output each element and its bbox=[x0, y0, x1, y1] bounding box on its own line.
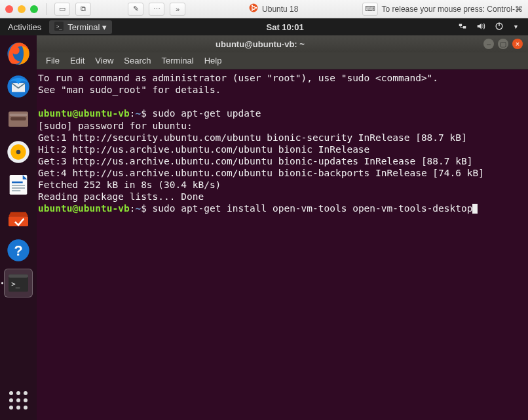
svg-text:>_: >_ bbox=[56, 23, 63, 29]
vm-toolbar-button[interactable]: ▭ bbox=[54, 3, 70, 16]
vm-toolbar-button[interactable]: » bbox=[170, 3, 185, 16]
dock-firefox[interactable] bbox=[4, 39, 33, 68]
svg-point-2 bbox=[255, 7, 257, 9]
menu-edit[interactable]: Edit bbox=[70, 56, 85, 66]
dock-ubuntu-software[interactable] bbox=[4, 203, 33, 232]
vm-release-hint: To release your mouse press: Control-⌘ bbox=[382, 5, 523, 14]
svg-point-18 bbox=[16, 150, 21, 155]
svg-rect-23 bbox=[12, 190, 20, 191]
close-icon[interactable] bbox=[5, 5, 13, 13]
show-applications-button[interactable] bbox=[4, 386, 33, 415]
svg-rect-20 bbox=[12, 181, 23, 183]
terminal-icon: >_ bbox=[54, 22, 64, 33]
vm-toolbar-button[interactable]: ⋯ bbox=[149, 3, 164, 16]
dock-rhythmbox[interactable] bbox=[4, 138, 33, 166]
window-maximize-button[interactable]: ▢ bbox=[498, 39, 508, 49]
dock-files[interactable] bbox=[4, 105, 33, 134]
vm-title: Ubuntu 18 bbox=[262, 5, 298, 14]
vm-titlebar: ▭ ⧉ ✎ ⋯ » Ubuntu 18 ⌨ To release your mo… bbox=[0, 0, 528, 18]
gnome-top-bar: Activities >_ Terminal ▾ Sat 10:01 ▼ bbox=[0, 18, 528, 35]
svg-point-4 bbox=[252, 9, 253, 10]
vm-toolbar-button[interactable]: ✎ bbox=[128, 3, 143, 16]
clock[interactable]: Sat 10:01 bbox=[112, 22, 458, 32]
ubuntu-icon bbox=[249, 3, 258, 14]
svg-rect-21 bbox=[12, 185, 25, 186]
maximize-icon[interactable] bbox=[30, 5, 38, 13]
terminal-window: ubuntu@ubuntu-vb: ~ – ▢ × File Edit View… bbox=[37, 35, 528, 420]
chevron-down-icon[interactable]: ▼ bbox=[513, 24, 519, 30]
ubuntu-desktop: Activities >_ Terminal ▾ Sat 10:01 ▼ bbox=[0, 18, 528, 420]
svg-rect-15 bbox=[10, 117, 26, 121]
apps-grid-icon bbox=[7, 389, 29, 411]
window-close-button[interactable]: × bbox=[512, 39, 523, 49]
activities-button[interactable]: Activities bbox=[8, 22, 41, 32]
svg-rect-14 bbox=[10, 114, 28, 116]
vm-toolbar-button[interactable]: ⧉ bbox=[75, 3, 91, 16]
dock-libreoffice-writer[interactable] bbox=[4, 170, 33, 199]
dock-help[interactable]: ? bbox=[4, 236, 33, 265]
volume-icon[interactable] bbox=[476, 22, 485, 33]
app-menu-label: Terminal ▾ bbox=[67, 22, 107, 32]
menu-file[interactable]: File bbox=[46, 56, 60, 66]
running-indicator-icon bbox=[1, 282, 3, 284]
power-icon[interactable] bbox=[495, 22, 504, 33]
dock-thunderbird[interactable] bbox=[4, 72, 33, 101]
network-icon[interactable] bbox=[458, 22, 467, 33]
svg-text:>_: >_ bbox=[11, 280, 20, 288]
terminal-menubar: File Edit View Search Terminal Help bbox=[37, 52, 528, 69]
minimize-icon[interactable] bbox=[18, 5, 26, 13]
terminal-content[interactable]: To run a command as administrator (user … bbox=[37, 69, 528, 420]
menu-help[interactable]: Help bbox=[204, 56, 222, 66]
terminal-titlebar[interactable]: ubuntu@ubuntu-vb: ~ – ▢ × bbox=[37, 35, 528, 52]
svg-point-3 bbox=[252, 5, 253, 6]
svg-rect-7 bbox=[459, 24, 462, 26]
dock: ? >_ bbox=[0, 35, 37, 420]
menu-terminal[interactable]: Terminal bbox=[162, 56, 194, 66]
terminal-title: ubuntu@ubuntu-vb: ~ bbox=[37, 39, 483, 49]
window-traffic-lights bbox=[5, 5, 38, 13]
svg-rect-28 bbox=[9, 275, 28, 278]
menu-view[interactable]: View bbox=[95, 56, 113, 66]
vm-keyboard-button[interactable]: ⌨ bbox=[362, 3, 378, 16]
svg-rect-22 bbox=[12, 187, 25, 189]
dock-terminal[interactable]: >_ bbox=[4, 269, 33, 297]
svg-text:?: ? bbox=[14, 242, 22, 259]
app-menu-button[interactable]: >_ Terminal ▾ bbox=[49, 20, 112, 34]
menu-search[interactable]: Search bbox=[124, 56, 151, 66]
window-minimize-button[interactable]: – bbox=[483, 39, 494, 49]
